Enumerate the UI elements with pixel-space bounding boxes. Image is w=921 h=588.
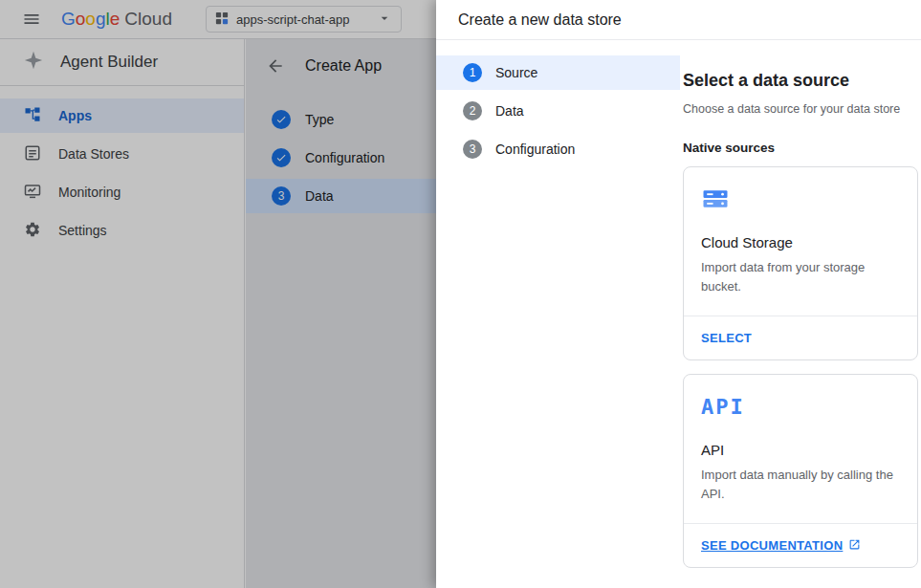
card-description: Import data manually by calling the API. (701, 466, 900, 504)
card-description: Import data from your storage bucket. (701, 258, 900, 296)
page: Google Cloud apps-script-chat-app (0, 0, 921, 588)
step-number-badge: 3 (463, 140, 482, 159)
step-label: Data (495, 103, 524, 119)
card-body: Cloud Storage Import data from your stor… (684, 167, 917, 316)
api-icon: API (701, 392, 900, 421)
dialog-stepper: 1 Source 2 Data 3 Configuration (436, 55, 680, 170)
cloud-storage-icon (701, 185, 900, 213)
native-sources-label: Native sources (683, 141, 918, 155)
card-footer: SELECT (684, 316, 917, 359)
dialog-step-data[interactable]: 2 Data (436, 94, 680, 128)
dialog-step-source[interactable]: 1 Source (436, 55, 680, 90)
dialog-step-configuration[interactable]: 3 Configuration (436, 132, 680, 166)
card-api: API API Import data manually by calling … (683, 374, 918, 568)
external-link-icon (848, 538, 861, 554)
card-body: API API Import data manually by calling … (684, 375, 917, 523)
create-data-store-dialog: Create a new data store 1 Source 2 Data … (436, 0, 921, 588)
see-documentation-link[interactable]: SEE DOCUMENTATION (701, 538, 861, 554)
dialog-content: Select a data source Choose a data sourc… (683, 71, 918, 568)
dialog-header: Create a new data store (436, 0, 921, 40)
dialog-title: Create a new data store (458, 11, 622, 29)
select-button[interactable]: SELECT (701, 331, 752, 345)
card-title: Cloud Storage (701, 234, 900, 250)
card-title: API (701, 442, 900, 458)
step-number-badge: 2 (463, 101, 482, 120)
content-subheading: Choose a data source for your data store (683, 102, 918, 116)
step-number-badge: 1 (463, 63, 482, 82)
card-cloud-storage: Cloud Storage Import data from your stor… (683, 166, 918, 360)
content-heading: Select a data source (683, 71, 918, 91)
card-footer: SEE DOCUMENTATION (684, 523, 917, 567)
modal-scrim[interactable] (0, 0, 436, 588)
see-documentation-label: SEE DOCUMENTATION (701, 538, 843, 553)
step-label: Source (495, 65, 537, 80)
step-label: Configuration (495, 142, 575, 157)
